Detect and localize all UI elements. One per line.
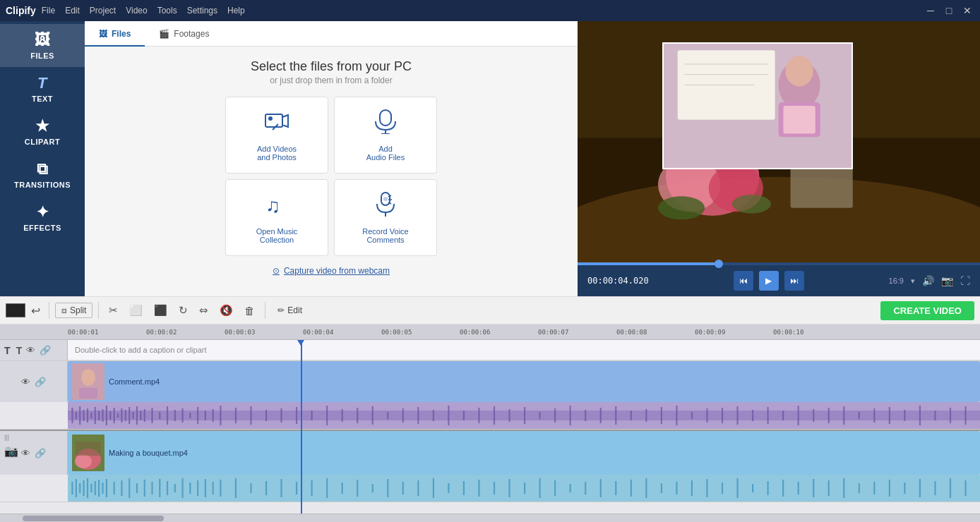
delete-button[interactable]: 🗑 — [240, 303, 259, 319]
scrollbar-thumb[interactable] — [23, 516, 164, 521]
create-video-button[interactable]: CREATE VIDEO — [880, 301, 974, 320]
video-clip-1[interactable]: Comment.mp4 — [68, 361, 980, 402]
skip-forward-button[interactable]: ⏭ — [784, 271, 804, 291]
record-voice-button[interactable]: Record VoiceComments — [334, 179, 437, 256]
svg-rect-84 — [463, 411, 465, 420]
mute-button[interactable]: 🔇 — [215, 302, 237, 319]
cut-button[interactable]: ✂ — [104, 302, 122, 319]
svg-rect-70 — [250, 406, 251, 425]
track1-link-button[interactable]: 🔗 — [35, 377, 46, 387]
toolbar-divider-2 — [98, 302, 99, 319]
svg-rect-52 — [121, 408, 122, 423]
svg-rect-80 — [402, 408, 404, 423]
menu-tools[interactable]: Tools — [157, 6, 177, 16]
svg-rect-95 — [631, 411, 632, 420]
maximize-button[interactable]: □ — [942, 4, 956, 18]
menu-video[interactable]: Video — [126, 6, 147, 16]
aspect-ratio-display[interactable]: 16:9 — [889, 277, 904, 285]
screenshot-button[interactable]: 📷 — [941, 275, 953, 286]
sidebar-item-transitions[interactable]: ⧉ TRANSITIONS — [0, 153, 85, 196]
fullscreen-button[interactable]: ⛶ — [960, 275, 970, 286]
menu-edit[interactable]: Edit — [65, 6, 80, 16]
sidebar-item-effects[interactable]: ✦ EFFECTS — [0, 196, 85, 239]
svg-rect-177 — [676, 482, 677, 494]
ruler-mark-3: 00:00:04 — [303, 329, 381, 336]
svg-rect-160 — [417, 480, 419, 496]
sidebar-item-transitions-label: TRANSITIONS — [14, 181, 71, 189]
webcam-link[interactable]: ⊙ Capture video from webcam — [273, 266, 390, 276]
flip-button[interactable]: ⇔ — [195, 302, 213, 319]
trim-button[interactable]: ⬜ — [125, 302, 147, 319]
svg-marker-1 — [282, 115, 288, 127]
tab-files[interactable]: 🖼 Files — [85, 22, 145, 47]
svg-rect-132 — [106, 479, 107, 497]
sidebar-item-text[interactable]: T TEXT — [0, 67, 85, 110]
svg-rect-68 — [220, 406, 221, 425]
text-icon: T — [37, 74, 47, 92]
effects-icon: ✦ — [36, 203, 49, 221]
close-button[interactable]: ✕ — [960, 4, 974, 18]
svg-rect-81 — [417, 407, 419, 424]
svg-rect-40 — [76, 412, 77, 419]
edit-button[interactable]: ✏ Edit — [271, 303, 309, 318]
preview-progress-bar[interactable] — [578, 262, 980, 265]
video-clip-2[interactable]: Making a bouquet.mp4 — [68, 431, 980, 475]
svg-rect-184 — [782, 480, 784, 497]
caption-link-button[interactable]: 🔗 — [40, 345, 51, 356]
track2-eye-button[interactable]: 👁 — [21, 448, 30, 459]
ruler-mark-7: 00:00:08 — [616, 329, 695, 336]
add-audio-button[interactable]: AddAudio Files — [334, 97, 437, 174]
track1-eye-button[interactable]: 👁 — [21, 377, 30, 387]
svg-rect-127 — [87, 478, 88, 498]
minimize-button[interactable]: ─ — [924, 4, 938, 18]
sidebar-item-files[interactable]: 🖼 FILES — [0, 24, 85, 67]
title-bar-left: Clipify File Edit Project Video Tools Se… — [6, 5, 245, 16]
svg-rect-194 — [934, 481, 936, 495]
svg-rect-156 — [357, 480, 358, 497]
split-button[interactable]: ⧈ Split — [55, 303, 92, 318]
caption-track-content[interactable]: Double-click to add a caption or clipart — [68, 340, 980, 360]
sidebar-item-clipart[interactable]: ★ CLIPART — [0, 110, 85, 153]
webcam-label: Capture video from webcam — [284, 266, 390, 276]
svg-point-31 — [785, 56, 813, 86]
preview-overlay-video — [662, 42, 853, 169]
crop-button[interactable]: ⬛ — [150, 302, 172, 319]
svg-rect-172 — [600, 479, 602, 497]
chevron-down-icon[interactable]: ▾ — [911, 277, 915, 286]
svg-rect-62 — [174, 410, 176, 421]
open-music-button[interactable]: ♫ Open MusicCollection — [225, 179, 328, 256]
svg-rect-170 — [570, 484, 571, 492]
svg-rect-65 — [197, 407, 198, 424]
files-tab-icon: 🖼 — [99, 29, 107, 39]
svg-rect-152 — [296, 482, 297, 494]
rotate-button[interactable]: ↻ — [174, 302, 192, 319]
tab-footages[interactable]: 🎬 Footages — [145, 22, 223, 47]
color-swatch[interactable] — [6, 303, 25, 317]
track2-link-button[interactable]: 🔗 — [35, 448, 46, 459]
clip-2-thumb — [72, 435, 104, 471]
svg-rect-67 — [213, 409, 214, 422]
caption-eye-button[interactable]: 👁 — [26, 345, 35, 356]
svg-rect-58 — [144, 409, 145, 422]
skip-back-button[interactable]: ⏮ — [734, 271, 753, 291]
files-title: Select the files from your PC — [251, 59, 412, 74]
volume-button[interactable]: 🔊 — [922, 275, 934, 286]
edit-pencil-icon: ✏ — [277, 305, 285, 315]
transitions-icon: ⧉ — [37, 160, 49, 178]
menu-help[interactable]: Help — [227, 6, 245, 16]
menu-file[interactable]: File — [42, 6, 55, 16]
audio-wave-2 — [68, 475, 980, 502]
svg-rect-114 — [919, 406, 921, 425]
menu-settings[interactable]: Settings — [187, 6, 217, 16]
play-button[interactable]: ▶ — [759, 271, 779, 291]
horizontal-scrollbar[interactable] — [0, 514, 980, 522]
undo-button[interactable]: ↩ — [28, 303, 43, 319]
svg-rect-54 — [129, 407, 130, 424]
menu-project[interactable]: Project — [90, 6, 116, 16]
add-videos-button[interactable]: Add Videosand Photos — [225, 97, 328, 174]
sidebar: 🖼 FILES T TEXT ★ CLIPART ⧉ TRANSITIONS ✦… — [0, 21, 85, 296]
svg-rect-53 — [125, 410, 126, 421]
svg-rect-51 — [117, 413, 119, 418]
svg-rect-94 — [615, 406, 616, 425]
svg-point-16 — [578, 177, 980, 262]
